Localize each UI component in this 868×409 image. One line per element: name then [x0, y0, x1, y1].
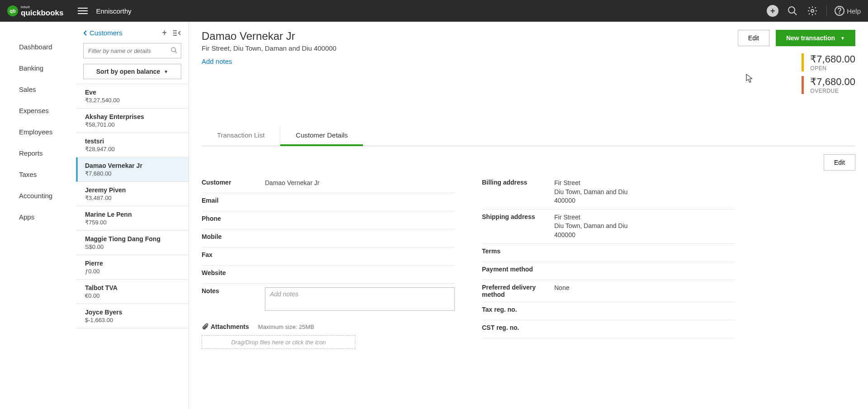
- open-label: OPEN: [810, 65, 855, 71]
- customer-balance: ₹3,487.00: [85, 195, 184, 201]
- customer-balance: $-1,663.00: [85, 317, 184, 323]
- customer-balance: ƒ0.00: [85, 268, 184, 275]
- filter-search-icon[interactable]: [170, 47, 178, 56]
- svg-point-8: [171, 48, 175, 52]
- tab-transaction-list[interactable]: Transaction List: [202, 126, 280, 146]
- customer-row[interactable]: Jeremy Piven ₹3,487.00: [76, 182, 189, 206]
- logo[interactable]: qb intuit quickbooks: [7, 5, 63, 17]
- new-transaction-label: New transaction: [786, 34, 835, 42]
- details-right-column: Billing address Fir Street Diu Town, Dam…: [482, 175, 735, 349]
- customer-name: Jeremy Piven: [85, 186, 184, 194]
- nav-apps[interactable]: Apps: [0, 206, 76, 228]
- customer-row[interactable]: Damao Vernekar Jr ₹7,680.00: [76, 157, 189, 182]
- collapse-panel-icon[interactable]: [173, 28, 181, 38]
- mobile-field-label: Mobile: [202, 233, 265, 240]
- customer-balance: €0.00: [85, 292, 184, 299]
- search-icon[interactable]: [787, 5, 798, 17]
- page-title: Damao Vernekar Jr: [202, 30, 336, 43]
- detail-tabs: Transaction List Customer Details: [202, 126, 855, 146]
- nav-employees[interactable]: Employees: [0, 121, 76, 143]
- billing-address-label: Billing address: [482, 179, 554, 186]
- logo-badge-icon: qb: [7, 5, 18, 16]
- customer-address: Fir Street, Diu Town, Daman and Diu 4000…: [202, 44, 336, 52]
- customer-row[interactable]: Marine Le Penn ₹759.00: [76, 206, 189, 231]
- left-nav: Dashboard Banking Sales Expenses Employe…: [0, 22, 76, 409]
- notes-field-label: Notes: [202, 287, 265, 295]
- nav-dashboard[interactable]: Dashboard: [0, 36, 76, 57]
- customer-name: Talbot TVA: [85, 284, 184, 291]
- new-transaction-button[interactable]: New transaction ▼: [776, 30, 855, 46]
- nav-sales[interactable]: Sales: [0, 79, 76, 100]
- menu-icon[interactable]: [78, 6, 88, 16]
- open-balance-block: ₹7,680.00 OPEN: [802, 53, 855, 71]
- customer-name: Pierre: [85, 260, 184, 267]
- overdue-label: OVERDUE: [810, 88, 855, 94]
- back-to-customers-link[interactable]: Customers: [83, 29, 123, 37]
- customer-list[interactable]: Eve ₹3,27,540.00 Akshay Enterprises ₹58,…: [76, 84, 189, 409]
- svg-line-9: [175, 51, 177, 53]
- customer-name: Joyce Byers: [85, 309, 184, 316]
- cst-reg-label: CST reg. no.: [482, 324, 554, 331]
- chevron-down-icon: ▼: [840, 36, 845, 41]
- filter-input[interactable]: [83, 43, 181, 58]
- topbar: qb intuit quickbooks Enniscorthy + Help: [0, 0, 868, 22]
- nav-reports[interactable]: Reports: [0, 143, 76, 164]
- delivery-method-label: Preferred delivery method: [482, 284, 554, 298]
- svg-point-0: [788, 7, 795, 13]
- customer-row[interactable]: Eve ₹3,27,540.00: [76, 84, 189, 109]
- attachments-dropzone[interactable]: Drag/Drop files here or click the icon: [202, 335, 355, 349]
- overdue-balance-block: ₹7,680.00 OVERDUE: [802, 76, 855, 94]
- shipping-address-value: Fir Street Diu Town, Daman and Diu 40000…: [554, 213, 735, 240]
- add-customer-icon[interactable]: +: [162, 28, 167, 38]
- customer-name: Maggie Tiong Dang Fong: [85, 235, 184, 243]
- email-field-label: Email: [202, 197, 265, 204]
- nav-expenses[interactable]: Expenses: [0, 100, 76, 121]
- svg-point-4: [840, 13, 840, 14]
- website-field-label: Website: [202, 269, 265, 276]
- tax-reg-label: Tax reg. no.: [482, 306, 554, 313]
- add-notes-link[interactable]: Add notes: [202, 57, 232, 65]
- fax-field-label: Fax: [202, 251, 265, 258]
- customer-balance: S$0.00: [85, 243, 184, 250]
- customer-balance: ₹58,701.00: [85, 121, 184, 128]
- customer-name: Eve: [85, 89, 184, 96]
- customer-list-panel: Customers + Sort by op: [76, 22, 189, 409]
- chevron-down-icon: ▼: [164, 69, 168, 74]
- shipping-address-label: Shipping address: [482, 213, 554, 220]
- customer-balance: ₹28,947.00: [85, 146, 184, 152]
- gear-icon[interactable]: [807, 5, 818, 17]
- edit-details-button[interactable]: Edit: [824, 154, 855, 171]
- back-label: Customers: [90, 29, 123, 37]
- nav-taxes[interactable]: Taxes: [0, 164, 76, 185]
- customer-row[interactable]: Maggie Tiong Dang Fong S$0.00: [76, 231, 189, 255]
- edit-button[interactable]: Edit: [738, 30, 769, 46]
- open-amount: ₹7,680.00: [810, 53, 855, 65]
- logo-main: quickbooks: [21, 9, 63, 17]
- customer-row[interactable]: Joyce Byers $-1,663.00: [76, 304, 189, 328]
- svg-line-1: [794, 12, 797, 15]
- customer-row[interactable]: Talbot TVA €0.00: [76, 280, 189, 304]
- customer-row[interactable]: Akshay Enterprises ₹58,701.00: [76, 109, 189, 133]
- nav-accounting[interactable]: Accounting: [0, 185, 76, 206]
- details-left-column: Customer Damao Vernekar Jr Email Phone: [202, 175, 455, 349]
- tab-customer-details[interactable]: Customer Details: [280, 126, 363, 146]
- attachments-meta: Maximum size: 25MB: [258, 323, 314, 330]
- customer-name: Akshay Enterprises: [85, 113, 184, 120]
- sort-label: Sort by open balance: [96, 68, 160, 75]
- delivery-method-value: None: [554, 284, 735, 293]
- phone-field-label: Phone: [202, 215, 265, 222]
- help-label: Help: [847, 7, 861, 15]
- svg-point-2: [811, 10, 814, 12]
- customer-row[interactable]: Pierre ƒ0.00: [76, 255, 189, 280]
- payment-method-label: Payment method: [482, 266, 554, 273]
- customer-detail-panel: Damao Vernekar Jr Fir Street, Diu Town, …: [189, 22, 868, 409]
- help-button[interactable]: Help: [826, 5, 861, 16]
- customer-balance: ₹3,27,540.00: [85, 97, 184, 104]
- customer-row[interactable]: testsri ₹28,947.00: [76, 133, 189, 157]
- customer-name: testsri: [85, 138, 184, 145]
- nav-banking[interactable]: Banking: [0, 57, 76, 79]
- sort-dropdown[interactable]: Sort by open balance ▼: [83, 64, 181, 79]
- notes-textarea[interactable]: Add notes: [265, 287, 455, 311]
- quick-create-icon[interactable]: +: [767, 5, 778, 17]
- customer-field-value: Damao Vernekar Jr: [265, 179, 455, 188]
